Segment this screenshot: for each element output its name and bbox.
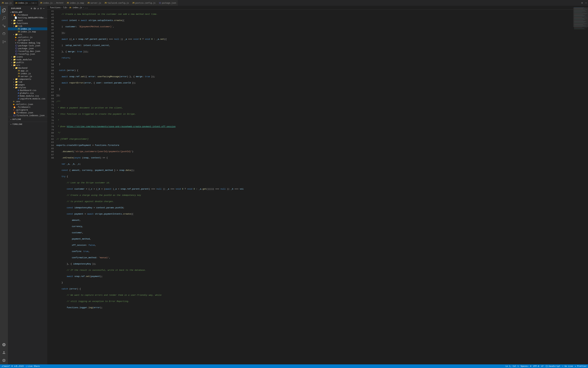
line-ending[interactable]: LF [541, 365, 543, 367]
file-package-lock-json[interactable]: {} package-lock.json [8, 44, 47, 47]
split-editor-icon[interactable]: ⊞ [580, 2, 584, 4]
language-mode[interactable]: {} JavaScript [545, 365, 560, 367]
timeline-collapse-arrow: ▸ [10, 123, 12, 125]
activity-remote[interactable] [0, 341, 8, 349]
folder-label: lib [18, 25, 22, 27]
file-loginform-module-css[interactable]: # LoginForm.module.css [8, 97, 47, 100]
tab-app-js[interactable]: JS app.js [0, 0, 14, 6]
file-label: server.js [20, 75, 32, 78]
cursor-position[interactable]: Ln 1, Col 1 [506, 365, 518, 367]
new-folder-icon[interactable]: 🗁 [34, 7, 36, 10]
file-firebase-json[interactable]: 🔥 firebase.json [8, 111, 47, 114]
folder-label: pages [18, 83, 25, 86]
errors-warnings[interactable]: ⊗ 0 ⚠ 0 ℹ 0 [14, 365, 24, 367]
folder-lib[interactable]: ▾ 📂 lib [8, 25, 47, 28]
folder-src-root[interactable]: ▾ 📂 src [8, 64, 47, 66]
line-ending-label: LF [541, 365, 543, 367]
folder-node-modules[interactable]: ▸ 📁 node_modules [8, 58, 47, 61]
go-live-button[interactable]: ⚡ Go Live [562, 365, 573, 367]
activity-accounts[interactable] [0, 349, 8, 357]
file-eslintrc-json[interactable]: ● .eslintrc.json [8, 103, 47, 106]
tab-overflow-icon[interactable]: ⋯ [584, 2, 588, 4]
file-server-js-backend[interactable]: JS server.js [8, 75, 47, 78]
project-root[interactable]: ▾ METIS-APP [8, 11, 47, 13]
prettier-button[interactable]: ✦ Prettier [575, 365, 587, 367]
minimap[interactable] [573, 6, 588, 364]
live-share-button[interactable]: 👥 Live Share [25, 365, 40, 367]
breadcrumb-functions[interactable]: functions [50, 6, 61, 9]
close-tab-icon[interactable]: × [35, 2, 37, 4]
tab-package-json[interactable]: {} package.json [157, 0, 178, 6]
tab-index-js-map[interactable]: JS index.js.map [65, 0, 86, 6]
folder-backend[interactable]: ▸ 📁 Backend [8, 66, 47, 69]
breadcrumb-file[interactable]: JS index.js [69, 6, 82, 9]
folder-components[interactable]: ▸ 📁 components [8, 78, 47, 81]
folder-public[interactable]: ▸ 📁 public [8, 61, 47, 64]
breadcrumb-lib[interactable]: lib [63, 6, 67, 9]
tab-postcss-config[interactable]: JS postcss.config.js [131, 0, 157, 6]
tab-label: tailwind.config.js [107, 2, 129, 4]
tab-index-js-backend[interactable]: JS index.js ...Backend [38, 0, 65, 6]
folder-lib-src[interactable]: ▸ 📁 lib [8, 81, 47, 83]
file-firestore-indexes[interactable]: {} firestore.indexes.json [8, 114, 47, 117]
folder-styles[interactable]: ▾ 📂 styles [8, 86, 47, 89]
file-globals-css[interactable]: # globals.css [8, 92, 47, 94]
outline-header[interactable]: ▸ OUTLINE [8, 118, 47, 121]
file-gitignore-root[interactable]: ≡ .gitignore [8, 109, 47, 111]
activity-search[interactable] [0, 14, 8, 22]
folder-next[interactable]: ▸ 📁 .next [8, 19, 47, 22]
file-hosting[interactable]: 📄 hosting.bWV0aXMtYXBw... [8, 16, 47, 19]
file-home-module-css[interactable]: # Home.module.css [8, 94, 47, 97]
refresh-icon[interactable]: ↺ [37, 7, 39, 10]
activity-source-control[interactable] [0, 22, 8, 30]
sync-button[interactable]: ⟳ [11, 365, 13, 367]
timeline-header[interactable]: ▸ TIMELINE [8, 123, 47, 126]
git-icon: ≡ [15, 39, 17, 41]
folder-src-functions[interactable]: ▸ 📁 src [8, 33, 47, 36]
tab-server-js[interactable]: JS server.js [86, 0, 103, 6]
file-eslintrc-js[interactable]: ● .eslintrc.js [8, 36, 47, 39]
breadcrumb-symbol[interactable]: ... [85, 6, 88, 9]
language-label: JavaScript [548, 365, 560, 367]
file-label: tsconfig.json [18, 53, 35, 55]
file-env[interactable]: ⚙ .env [8, 100, 47, 103]
file-index-js-lib[interactable]: JS index.js [8, 28, 47, 30]
file-gitignore-functions[interactable]: ≡ .gitignore [8, 39, 47, 41]
file-tsconfig-dev[interactable]: {} tsconfig.dev.json [8, 50, 47, 53]
activity-extensions[interactable] [0, 38, 8, 46]
file-app-js-backend[interactable]: JS app.js [8, 69, 47, 72]
encoding[interactable]: UTF-8 [533, 365, 539, 367]
indentation[interactable]: Spaces: 4 [521, 365, 531, 367]
activity-settings[interactable] [0, 357, 8, 364]
folder-icons[interactable]: ▸ 📁 icons [8, 55, 47, 58]
live-share-label: Live Share [28, 365, 40, 367]
encoding-label: UTF-8 [533, 365, 539, 367]
folder-functions[interactable]: ▾ 📁 functions [8, 22, 47, 25]
new-file-icon[interactable]: ⊕ [31, 7, 32, 10]
tab-label: server.js [90, 2, 101, 4]
file-package-json-functions[interactable]: {} package.json [8, 47, 47, 50]
activity-explorer[interactable] [0, 6, 8, 14]
file-firebase-debug-log[interactable]: ≡ firebase-debug.log [8, 41, 47, 44]
folder-pages[interactable]: ▸ 📁 pages [8, 83, 47, 86]
file-index-js-backend[interactable]: JS index.js [8, 72, 47, 75]
file-firebaserc[interactable]: 🔥 .firebaserc [8, 106, 47, 109]
file-dashboard-css[interactable]: # dashboard.css [8, 89, 47, 92]
js-file-icon: JS [18, 73, 20, 74]
git-branch[interactable]: ⎇ main* [1, 365, 10, 367]
code-text[interactable]: // Create a new SetupIntent so the custo… [55, 9, 573, 364]
file-tsconfig-json[interactable]: {} tsconfig.json [8, 53, 47, 55]
tab-tailwind-config[interactable]: JS tailwind.config.js [103, 0, 131, 6]
file-index-js-map-lib[interactable]: JS index.js.map [8, 30, 47, 33]
activity-debug[interactable] [0, 30, 8, 38]
folder-icon: 📂 [13, 64, 16, 66]
collapse-all-icon[interactable]: ⊟ [40, 7, 42, 10]
stripe-link[interactable]: https://stripe.com/docs/payments/save-an… [67, 125, 176, 128]
file-label: firestore.indexes.json [17, 114, 45, 117]
folder-firebase[interactable]: ▾ 🔥 .firebase [8, 13, 47, 16]
code-content[interactable]: 4142434445 4647484950 5152535455 5657585… [47, 9, 573, 364]
more-actions-icon[interactable]: ⋯ [43, 7, 45, 10]
tab-label: index.js.map [70, 2, 84, 4]
tab-index-js-lib[interactable]: JS index.js ...lib × [14, 0, 39, 6]
git-branch-icon: ⎇ [1, 365, 4, 367]
